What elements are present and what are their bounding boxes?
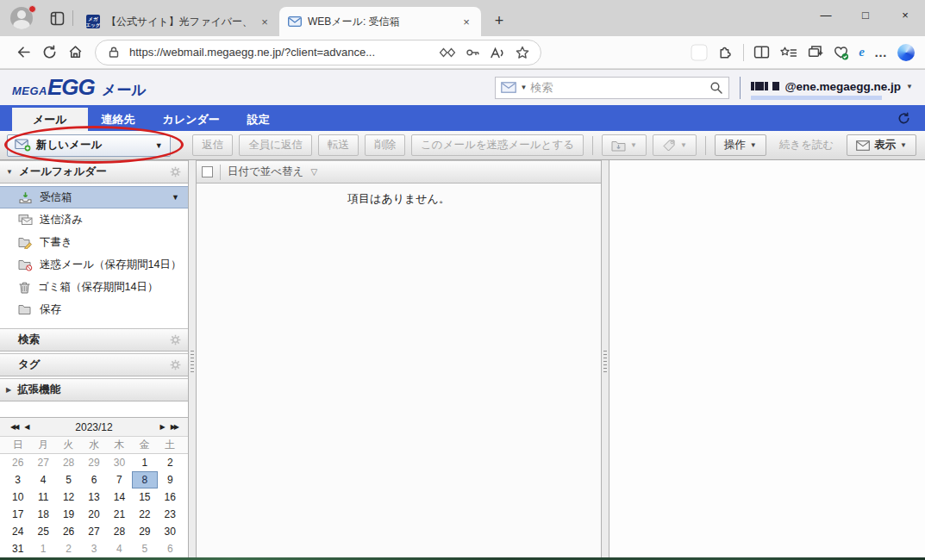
folder-item[interactable]: 送信済み	[0, 208, 188, 231]
collections-icon[interactable]	[807, 44, 823, 60]
calendar-day[interactable]: 6	[158, 540, 183, 557]
select-all-checkbox[interactable]	[202, 166, 213, 177]
calendar-day[interactable]: 10	[5, 488, 30, 506]
search-panel-header[interactable]: 検索	[0, 328, 188, 352]
browser-tab[interactable]: WEBメール: 受信箱×	[279, 7, 481, 36]
calendar-day[interactable]: 18	[30, 506, 55, 523]
calendar-day[interactable]: 7	[107, 471, 132, 488]
calendar-day[interactable]: 27	[81, 523, 106, 540]
maximize-button[interactable]: □	[846, 0, 885, 29]
folders-panel-header[interactable]: ▼ メールフォルダー	[0, 160, 188, 184]
folder-item[interactable]: 下書き	[0, 231, 188, 253]
nav-tab-連絡先[interactable]: 連絡先	[88, 108, 149, 131]
calendar-day[interactable]: 12	[56, 488, 81, 506]
tag-button[interactable]: ▼	[653, 134, 697, 156]
calendar-day[interactable]: 1	[30, 540, 55, 557]
url-text[interactable]: https://webmail.megaegg.ne.jp/?client=ad…	[129, 46, 432, 59]
calendar-day[interactable]: 30	[158, 523, 183, 540]
scope-dropdown-icon[interactable]: ▼	[520, 84, 527, 91]
gear-icon[interactable]	[169, 358, 182, 371]
address-bar[interactable]: https://webmail.megaegg.ne.jp/?client=ad…	[95, 40, 541, 65]
browser-essentials-icon[interactable]	[833, 45, 849, 60]
calendar-day[interactable]: 14	[107, 488, 132, 506]
new-mail-dropdown-icon[interactable]: ▼	[155, 141, 163, 150]
calendar-day[interactable]: 26	[56, 523, 81, 540]
browser-tab[interactable]: メガエッグ【公式サイト】光ファイバー、インターネ...×	[78, 7, 279, 36]
toolbar-button[interactable]: このメールを迷惑メールとする	[411, 134, 584, 156]
calendar-day[interactable]: 17	[5, 506, 30, 523]
mail-search-box[interactable]: ▼	[495, 77, 729, 99]
toolbar-button[interactable]: 全員に返信	[239, 134, 312, 156]
toolbar-button[interactable]: 転送	[318, 134, 359, 156]
calendar-day[interactable]: 31	[5, 540, 30, 557]
password-icon[interactable]	[463, 45, 482, 60]
calendar-day[interactable]: 2	[158, 454, 183, 471]
tab-switcher-icon[interactable]	[47, 9, 66, 28]
calendar-day[interactable]: 23	[158, 506, 183, 523]
calendar-day[interactable]: 2	[56, 540, 81, 557]
calendar-day[interactable]: 9	[158, 471, 183, 488]
search-icon[interactable]	[709, 81, 723, 95]
calendar-day[interactable]: 15	[132, 488, 157, 506]
sort-direction-icon[interactable]: ▽	[310, 167, 317, 177]
collapse-icon[interactable]: ▼	[6, 168, 13, 176]
close-tab-icon[interactable]: ×	[257, 14, 272, 29]
folder-dropdown-icon[interactable]: ▼	[172, 193, 179, 202]
read-aloud-icon[interactable]	[488, 46, 507, 59]
profile-button[interactable]	[10, 7, 34, 31]
gear-icon[interactable]	[169, 333, 182, 346]
favorites-list-icon[interactable]	[779, 46, 797, 59]
calendar-day[interactable]: 21	[107, 506, 132, 523]
sort-by-date-button[interactable]: 日付で並べ替え	[228, 165, 303, 179]
calendar-day[interactable]: 27	[30, 454, 55, 471]
toolbar-button[interactable]: 削除	[365, 134, 405, 156]
close-tab-icon[interactable]: ×	[459, 14, 474, 29]
view-button[interactable]: 表示 ▼	[847, 134, 916, 156]
read-more-button[interactable]: 続きを読む	[772, 138, 841, 152]
account-dropdown-icon[interactable]: ▼	[906, 83, 913, 90]
next-month-icon[interactable]: ▶	[157, 423, 167, 431]
calendar-day[interactable]: 28	[56, 454, 81, 471]
more-menu-icon[interactable]: …	[874, 45, 888, 59]
expand-icon[interactable]: ▶	[6, 386, 11, 394]
ie-mode-icon[interactable]: e	[859, 45, 865, 59]
calendar-day[interactable]: 1	[132, 454, 157, 471]
calendar-day[interactable]: 22	[132, 506, 157, 523]
calendar-day[interactable]: 6	[81, 471, 106, 488]
mail-scope-icon[interactable]	[501, 82, 516, 93]
prev-year-icon[interactable]: ◀◀	[7, 423, 21, 431]
back-button[interactable]	[10, 40, 36, 65]
calendar-day[interactable]: 30	[107, 454, 132, 471]
calendar-day[interactable]: 5	[56, 471, 81, 488]
split-screen-icon[interactable]	[753, 45, 770, 59]
calendar-day[interactable]: 24	[5, 523, 30, 540]
move-to-folder-button[interactable]: ▼	[602, 134, 647, 156]
copilot-icon[interactable]	[897, 44, 915, 61]
calendar-day[interactable]: 16	[158, 488, 183, 506]
close-button[interactable]: ×	[885, 0, 925, 29]
gear-icon[interactable]	[169, 165, 182, 178]
new-tab-button[interactable]: +	[488, 9, 510, 32]
calendar-day[interactable]: 29	[132, 523, 157, 540]
folder-item[interactable]: ゴミ箱（保存期間14日）	[0, 276, 188, 298]
favorite-star-icon[interactable]	[513, 45, 532, 60]
folder-item[interactable]: 迷惑メール（保存期間14日）	[0, 253, 188, 276]
calendar-day[interactable]: 4	[107, 540, 132, 557]
nav-tab-設定[interactable]: 設定	[234, 108, 284, 131]
extension-blank-icon[interactable]	[691, 44, 708, 61]
calendar-day[interactable]: 3	[5, 471, 30, 488]
search-input[interactable]	[530, 81, 706, 94]
refresh-button[interactable]	[36, 40, 62, 65]
reload-mail-icon[interactable]	[897, 111, 911, 126]
prev-month-icon[interactable]: ◀	[21, 423, 31, 431]
calendar-day[interactable]: 26	[5, 454, 30, 471]
next-year-icon[interactable]: ▶▶	[167, 423, 181, 431]
calendar-day[interactable]: 25	[30, 523, 55, 540]
lock-icon[interactable]	[104, 46, 123, 59]
extensions-panel-header[interactable]: ▶ 拡張機能	[0, 378, 188, 401]
calendar-day[interactable]: 4	[30, 471, 55, 488]
reading-pane-splitter[interactable]	[601, 160, 609, 557]
calendar-day[interactable]: 19	[56, 506, 81, 523]
calendar-day[interactable]: 5	[132, 540, 157, 557]
minimize-button[interactable]: —	[806, 0, 846, 29]
